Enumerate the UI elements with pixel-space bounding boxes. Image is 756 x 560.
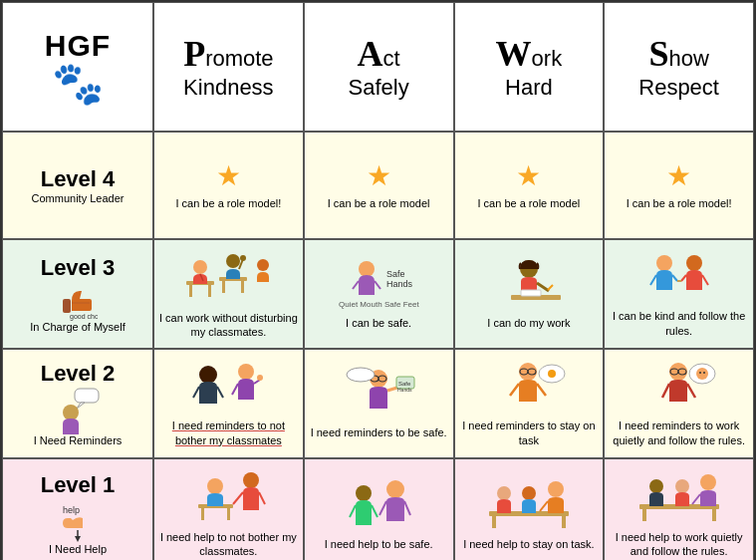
- header-work-line2: Hard: [505, 75, 553, 101]
- level2-act: Safe Hands I need reminders to be safe.: [304, 349, 454, 458]
- svg-line-90: [540, 501, 548, 511]
- header-act: Act Safely: [304, 2, 454, 132]
- behavior-chart: HGF 🐾 Promote Kindness Act Safely Work H…: [0, 0, 756, 560]
- svg-point-74: [207, 478, 223, 494]
- level3-show-illus: [639, 250, 719, 305]
- level2-act-text: I need reminders to be safe.: [311, 425, 447, 439]
- level1-promote-text: I need help to not bother my classmates.: [158, 530, 299, 559]
- level3-title: Level 3: [41, 255, 116, 281]
- level4-label: Level 4 Community Leader: [2, 132, 153, 239]
- level3-act-illus: Safe Hands Quiet Mouth Safe Feet: [337, 257, 421, 312]
- level1-show-illus: [634, 468, 724, 526]
- svg-line-25: [548, 285, 553, 290]
- level2-work-text: I need reminders to stay on task: [459, 419, 600, 447]
- level3-act: Safe Hands Quiet Mouth Safe Feet I can b…: [304, 239, 454, 349]
- level3-promote: I can work without disturbing my classma…: [153, 239, 304, 349]
- level1-promote: I need help to not bother my classmates.: [153, 458, 304, 560]
- svg-line-31: [702, 275, 708, 285]
- svg-point-66: [699, 372, 701, 374]
- level2-show-text: I need reminders to work quietly and fol…: [609, 419, 749, 447]
- svg-line-56: [537, 384, 546, 396]
- svg-text:good choice: good choice: [70, 313, 98, 321]
- level1-work-text: I need help to stay on task.: [463, 537, 594, 551]
- level2-promote-illus: [188, 360, 268, 415]
- svg-point-42: [257, 375, 263, 381]
- svg-point-10: [226, 254, 240, 268]
- level4-show: ★ I can be a role model!: [604, 132, 754, 239]
- level1-show: I need help to work quietly and follow t…: [604, 458, 754, 560]
- svg-line-40: [232, 384, 238, 395]
- svg-point-81: [386, 480, 404, 498]
- header-show-text: Show: [648, 33, 708, 75]
- svg-point-58: [548, 370, 556, 378]
- paw-icon: 🐾: [52, 63, 104, 105]
- header-promote-line2: Kindness: [183, 75, 274, 101]
- svg-line-28: [672, 275, 677, 281]
- level4-promote: ★ I can be a role model!: [153, 132, 304, 239]
- svg-rect-0: [63, 299, 71, 313]
- svg-point-65: [696, 368, 708, 380]
- level2-show: I need reminders to work quietly and fol…: [604, 349, 754, 458]
- header-work: Work Hard: [454, 2, 605, 132]
- header-promote-text: Promote: [183, 33, 273, 75]
- header-show-line2: Respect: [638, 75, 719, 101]
- level2-show-illus: [640, 360, 718, 415]
- header-act-line2: Safely: [349, 75, 409, 101]
- svg-rect-8: [222, 281, 225, 293]
- level4-work: ★ I can be a role model: [454, 132, 605, 239]
- level4-act-text: I can be a role model: [328, 196, 430, 210]
- level2-title: Level 2: [41, 361, 116, 387]
- level2-promote-text: I need reminders to not bother my classm…: [158, 419, 299, 447]
- level4-show-text: I can be a role model!: [627, 196, 732, 210]
- svg-rect-73: [227, 508, 230, 520]
- svg-text:Safe: Safe: [386, 269, 405, 279]
- svg-line-55: [510, 384, 519, 396]
- level1-work: I need help to stay on task.: [454, 458, 605, 560]
- svg-marker-34: [77, 403, 85, 409]
- svg-rect-93: [712, 509, 716, 521]
- svg-point-78: [356, 485, 372, 501]
- header-act-text: Act: [358, 33, 400, 75]
- level3-work-text: I can do my work: [487, 316, 570, 330]
- level3-promote-text: I can work without disturbing my classma…: [158, 311, 299, 340]
- svg-point-96: [700, 474, 716, 490]
- level1-act-illus: [344, 475, 413, 533]
- svg-line-77: [259, 492, 265, 504]
- svg-line-83: [404, 501, 410, 515]
- svg-rect-85: [492, 516, 496, 528]
- svg-line-82: [379, 501, 386, 515]
- svg-rect-3: [189, 285, 192, 297]
- level4-promote-text: I can be a role model!: [175, 196, 281, 210]
- level1-promote-illus: [183, 468, 273, 526]
- svg-text:help: help: [63, 505, 80, 515]
- svg-text:Hands: Hands: [397, 387, 412, 393]
- level3-work-illus: [491, 257, 566, 312]
- hgf-title: HGF: [45, 29, 111, 63]
- svg-line-62: [662, 384, 669, 398]
- svg-point-5: [193, 260, 207, 274]
- header-hgf: HGF 🐾: [2, 2, 153, 132]
- level2-promote: I need reminders to not bother my classm…: [153, 349, 304, 458]
- level4-subtitle: Community Leader: [32, 192, 125, 204]
- svg-rect-92: [642, 509, 646, 521]
- level1-show-text: I need help to work quietly and follow t…: [609, 530, 749, 559]
- level1-act: I need help to be safe.: [304, 458, 454, 560]
- svg-text:Quiet Mouth: Quiet Mouth: [339, 300, 382, 309]
- svg-point-67: [703, 372, 705, 374]
- level1-subtitle: I Need Help: [49, 543, 107, 555]
- svg-point-89: [548, 481, 564, 497]
- svg-point-51: [347, 368, 375, 382]
- svg-line-30: [681, 275, 686, 281]
- level3-subtitle: In Charge of Myself: [30, 321, 125, 333]
- level2-subtitle: I Need Reminders: [34, 434, 123, 446]
- header-promote: Promote Kindness: [153, 2, 304, 132]
- svg-text:Safe Feet: Safe Feet: [384, 300, 419, 309]
- level2-work: I need reminders to stay on task: [454, 349, 605, 458]
- level3-promote-illus: [181, 249, 276, 307]
- svg-line-79: [350, 505, 356, 517]
- star-icon-3: ★: [516, 159, 541, 192]
- thumbsup-icon: good choice: [58, 281, 98, 321]
- level1-work-illus: [484, 475, 574, 533]
- star-icon-4: ★: [666, 159, 691, 192]
- svg-line-97: [692, 494, 700, 504]
